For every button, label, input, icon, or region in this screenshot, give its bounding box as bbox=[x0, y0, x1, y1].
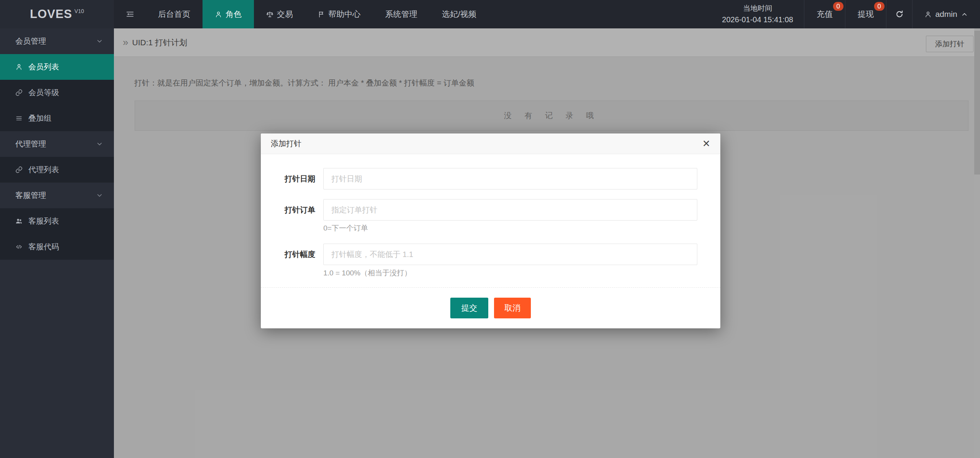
sidebar-group-service[interactable]: 客服管理 bbox=[0, 183, 114, 208]
modal-header: 添加打针 ✕ bbox=[261, 133, 720, 154]
add-injection-modal: 添加打针 ✕ 打针日期 打针订单 0=下一个订单 打针幅度 1.0 = 100%… bbox=[261, 133, 720, 328]
nav-item-system[interactable]: 系统管理 bbox=[373, 0, 430, 28]
injection-order-input[interactable] bbox=[323, 199, 697, 221]
group-label: 代理管理 bbox=[15, 139, 46, 149]
person-icon bbox=[15, 63, 23, 71]
injection-date-label: 打针日期 bbox=[261, 174, 315, 184]
sidebar-item-service-list[interactable]: 客服列表 bbox=[0, 208, 114, 234]
injection-range-input[interactable] bbox=[323, 244, 697, 265]
injection-range-label: 打针幅度 bbox=[261, 249, 315, 260]
link-icon bbox=[15, 166, 23, 173]
chevron-down-icon bbox=[96, 192, 103, 199]
refresh-icon bbox=[895, 10, 904, 18]
admin-menu[interactable]: admin bbox=[912, 0, 980, 28]
modal-footer: 提交 取消 bbox=[261, 288, 720, 328]
sidebar-item-member-list[interactable]: 会员列表 bbox=[0, 54, 114, 80]
person-icon bbox=[924, 11, 932, 18]
nav-item-trade[interactable]: 交易 bbox=[254, 0, 305, 28]
sidebar-group-agents[interactable]: 代理管理 bbox=[0, 131, 114, 157]
nav-label: 帮助中心 bbox=[328, 9, 361, 20]
chevron-down-icon bbox=[96, 140, 103, 148]
sidebar-item-label: 客服列表 bbox=[28, 216, 59, 226]
nav-label: 系统管理 bbox=[385, 9, 417, 20]
link-icon bbox=[15, 89, 23, 96]
code-icon bbox=[15, 243, 23, 250]
nav-label: 后台首页 bbox=[158, 9, 190, 20]
sidebar-item-label: 会员等级 bbox=[28, 87, 59, 98]
time-value: 2026-01-04 15:41:08 bbox=[722, 14, 793, 25]
chevron-down-icon bbox=[96, 38, 103, 45]
sidebar-item-label: 代理列表 bbox=[28, 165, 59, 175]
injection-order-hint: 0=下一个订单 bbox=[323, 224, 720, 232]
admin-name: admin bbox=[935, 10, 957, 19]
topbar-right: 当地时间 2026-01-04 15:41:08 充值 0 提现 0 admin bbox=[711, 0, 980, 28]
nav-label: 角色 bbox=[226, 9, 242, 20]
sidebar-group-members[interactable]: 会员管理 bbox=[0, 28, 114, 54]
injection-order-label: 打针订单 bbox=[261, 205, 315, 215]
app-logo: LOVES V10 bbox=[0, 0, 114, 28]
users-icon bbox=[15, 217, 23, 225]
sidebar-item-service-code[interactable]: 客服代码 bbox=[0, 234, 114, 260]
nav-item-help-center[interactable]: 帮助中心 bbox=[305, 0, 373, 28]
withdraw-badge: 0 bbox=[874, 2, 884, 11]
sidebar-item-label: 客服代码 bbox=[28, 242, 59, 252]
sidebar-item-label: 会员列表 bbox=[28, 62, 59, 72]
submit-button[interactable]: 提交 bbox=[450, 298, 488, 318]
local-time: 当地时间 2026-01-04 15:41:08 bbox=[711, 0, 804, 28]
close-icon[interactable]: ✕ bbox=[702, 139, 710, 148]
group-label: 客服管理 bbox=[15, 190, 46, 201]
sidebar: 会员管理 会员列表 会员等级 叠加组 代理管理 代理列表 bbox=[0, 28, 114, 458]
sidebar-item-agent-list[interactable]: 代理列表 bbox=[0, 157, 114, 183]
group-label: 会员管理 bbox=[15, 36, 46, 46]
chevron-up-icon bbox=[961, 11, 968, 18]
recharge-label: 充值 bbox=[817, 9, 833, 20]
nav-label: 选妃/视频 bbox=[442, 9, 476, 20]
modal-title: 添加打针 bbox=[271, 138, 301, 149]
injection-range-hint: 1.0 = 100%（相当于没打） bbox=[323, 269, 720, 277]
scales-icon bbox=[266, 11, 273, 18]
nav-label: 交易 bbox=[277, 9, 293, 20]
topbar: LOVES V10 后台首页 角色 交易 bbox=[0, 0, 980, 28]
logo-version: V10 bbox=[74, 8, 84, 14]
nav-item-role[interactable]: 角色 bbox=[203, 0, 254, 28]
logo-text: LOVES bbox=[30, 7, 72, 21]
sidebar-item-label: 叠加组 bbox=[28, 113, 51, 124]
collapse-menu-button[interactable] bbox=[114, 0, 146, 28]
flag-icon bbox=[318, 11, 325, 18]
field-row-range: 打针幅度 bbox=[261, 244, 720, 265]
nav-item-video[interactable]: 选妃/视频 bbox=[430, 0, 489, 28]
time-label: 当地时间 bbox=[722, 3, 793, 14]
top-nav: 后台首页 角色 交易 帮助中心 系统管理 选妃/ bbox=[146, 0, 489, 28]
field-row-date: 打针日期 bbox=[261, 168, 720, 189]
refresh-button[interactable] bbox=[886, 0, 912, 28]
recharge-badge: 0 bbox=[833, 2, 843, 11]
field-row-order: 打针订单 bbox=[261, 199, 720, 221]
withdraw-label: 提现 bbox=[858, 9, 874, 20]
sidebar-item-member-level[interactable]: 会员等级 bbox=[0, 80, 114, 105]
sidebar-item-stack-group[interactable]: 叠加组 bbox=[0, 105, 114, 131]
person-icon bbox=[215, 11, 222, 18]
hamburger-icon bbox=[126, 10, 134, 18]
injection-date-input[interactable] bbox=[323, 168, 697, 189]
list-icon bbox=[15, 115, 23, 122]
recharge-button[interactable]: 充值 0 bbox=[804, 0, 845, 28]
nav-item-dashboard[interactable]: 后台首页 bbox=[146, 0, 203, 28]
cancel-button[interactable]: 取消 bbox=[494, 298, 531, 318]
withdraw-button[interactable]: 提现 0 bbox=[845, 0, 886, 28]
